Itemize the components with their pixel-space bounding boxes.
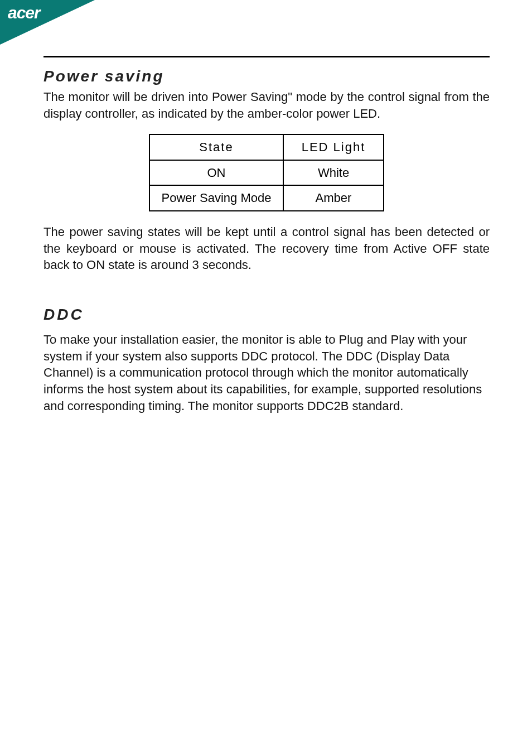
ddc-heading: DDC [43,306,490,324]
page-content: Power saving The monitor will be driven … [43,56,490,426]
power-saving-heading: Power saving [43,68,490,85]
table-row: Power Saving Mode Amber [149,185,384,211]
cell-state: Power Saving Mode [149,185,283,211]
power-saving-outro: The power saving states will be kept unt… [43,224,490,273]
top-rule [43,56,490,57]
brand-corner-tab: acer [0,0,95,45]
table-header-led: LED Light [283,134,384,160]
led-state-table: State LED Light ON White Power Saving Mo… [149,134,384,211]
table-header-state: State [149,134,283,160]
cell-led: Amber [283,185,384,211]
led-table-wrap: State LED Light ON White Power Saving Mo… [43,134,490,211]
manual-page: acer Power saving The monitor will be dr… [0,0,532,756]
ddc-body: To make your installation easier, the mo… [43,331,490,414]
cell-led: White [283,160,384,186]
cell-state: ON [149,160,283,186]
brand-logo: acer [8,3,40,22]
power-saving-intro: The monitor will be driven into Power Sa… [43,89,490,122]
table-header-row: State LED Light [149,134,384,160]
table-row: ON White [149,160,384,186]
section-gap [43,286,490,306]
